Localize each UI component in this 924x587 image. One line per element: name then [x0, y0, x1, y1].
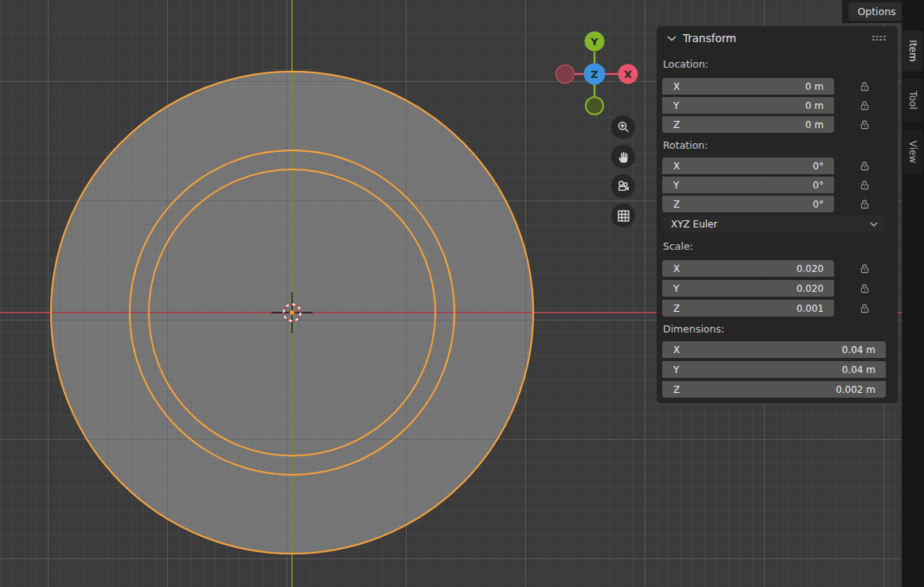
rotation-label: Rotation: — [663, 139, 898, 152]
transform-panel-header[interactable]: Transform — [662, 26, 898, 50]
toggle-ortho-button[interactable] — [611, 204, 635, 227]
blender-3d-viewport: Y X Z — [0, 0, 924, 587]
rotation-y-field[interactable]: Y 0° — [662, 177, 834, 193]
gizmo-z-label: Z — [591, 68, 598, 80]
rotation-z-value: 0° — [813, 199, 824, 210]
dimensions-label: Dimensions: — [663, 323, 898, 336]
axis-label: Y — [673, 283, 679, 294]
axis-label: Z — [673, 199, 680, 210]
camera-view-button[interactable] — [611, 174, 635, 198]
unlock-icon[interactable] — [859, 80, 871, 92]
location-z-value: 0 m — [805, 119, 824, 130]
axis-label: Y — [673, 364, 679, 375]
chevron-down-icon — [870, 222, 878, 227]
location-y-value: 0 m — [805, 100, 824, 111]
collapse-chevron-icon — [667, 36, 676, 41]
gizmo-y-label: Y — [590, 36, 598, 48]
rotation-x-value: 0° — [813, 161, 824, 172]
tab-tool-label: Tool — [907, 91, 918, 109]
scale-z-value: 0.001 — [797, 303, 824, 314]
axis-label: X — [673, 81, 680, 92]
dimensions-x-value: 0.04 m — [842, 344, 875, 356]
gizmo-minus-y-ball[interactable] — [586, 97, 603, 115]
panel-grip-icon[interactable] — [871, 35, 887, 41]
grid-ortho-icon — [616, 208, 631, 224]
3d-cursor — [270, 290, 314, 335]
location-y-field[interactable]: Y 0 m — [662, 97, 834, 114]
dimensions-x-field[interactable]: X 0.04 m — [662, 341, 886, 358]
object-origin-dot — [290, 310, 294, 315]
pan-hand-icon — [616, 150, 631, 165]
sidebar-tab-view[interactable]: View — [903, 129, 924, 175]
scale-z-field[interactable]: Z 0.001 — [662, 300, 834, 317]
dimensions-y-value: 0.04 m — [842, 364, 875, 375]
dimensions-z-field[interactable]: Z 0.002 m — [662, 381, 886, 398]
axis-label: Y — [673, 100, 679, 111]
scale-x-value: 0.020 — [797, 263, 824, 274]
rotation-x-field[interactable]: X 0° — [662, 157, 834, 174]
scale-label: Scale: — [663, 240, 898, 253]
zoom-button[interactable] — [611, 115, 635, 139]
unlock-icon[interactable] — [859, 119, 871, 130]
tab-view-label: View — [907, 141, 918, 163]
scale-x-field[interactable]: X 0.020 — [662, 260, 834, 277]
axis-label: Z — [673, 384, 680, 395]
unlock-icon[interactable] — [859, 160, 871, 172]
tab-item-label: Item — [907, 40, 918, 61]
dimensions-z-value: 0.002 m — [836, 384, 875, 395]
sidebar-tab-tool[interactable]: Tool — [903, 77, 924, 123]
unlock-icon[interactable] — [859, 282, 871, 294]
zoom-icon — [616, 120, 631, 135]
rotation-y-value: 0° — [813, 180, 824, 191]
unlock-icon[interactable] — [859, 99, 871, 111]
pan-button[interactable] — [611, 145, 635, 169]
transform-panel: Transform Location: X 0 m Y 0 m Z 0 m — [657, 26, 898, 403]
unlock-icon[interactable] — [859, 198, 871, 210]
scale-y-value: 0.020 — [797, 283, 824, 294]
rotation-mode-dropdown[interactable]: XYZ Euler — [662, 216, 886, 232]
navigation-gizmo[interactable]: Y X Z — [551, 29, 640, 119]
rotation-z-field[interactable]: Z 0° — [662, 196, 834, 212]
axis-label: Z — [673, 119, 680, 130]
sidebar-tab-item[interactable]: Item — [903, 29, 924, 72]
gizmo-minus-x-ball[interactable] — [556, 65, 575, 84]
location-label: Location: — [663, 58, 898, 71]
axis-label: X — [673, 344, 680, 356]
location-z-field[interactable]: Z 0 m — [662, 116, 834, 133]
viewport-tools — [611, 115, 635, 233]
options-label: Options — [857, 6, 895, 17]
axis-label: X — [673, 263, 680, 274]
axis-label: Y — [673, 180, 679, 191]
gizmo-x-label: X — [624, 68, 632, 80]
axis-label: Z — [673, 303, 680, 314]
panel-title: Transform — [683, 32, 736, 45]
rotation-mode-value: XYZ Euler — [671, 219, 717, 230]
unlock-icon[interactable] — [859, 179, 871, 191]
unlock-icon[interactable] — [859, 262, 871, 274]
axis-label: X — [673, 161, 680, 172]
unlock-icon[interactable] — [859, 302, 871, 314]
location-x-field[interactable]: X 0 m — [662, 78, 834, 95]
location-x-value: 0 m — [805, 81, 824, 92]
dimensions-y-field[interactable]: Y 0.04 m — [662, 361, 886, 378]
camera-view-icon — [616, 179, 631, 194]
scale-y-field[interactable]: Y 0.020 — [662, 280, 834, 297]
